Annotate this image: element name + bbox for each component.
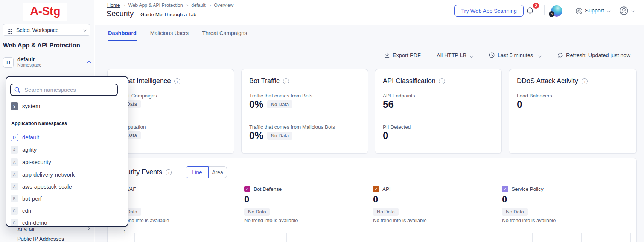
breadcrumb-separator: > [186,3,188,8]
divider [10,116,124,116]
no-data-badge: No Data [502,208,528,216]
chevron-down-icon [631,9,635,13]
no-data-badge: No Data [267,132,293,140]
workspace-selector[interactable]: Select Workspace [3,24,90,36]
gridline-vertical [434,233,434,242]
download-icon [384,52,390,60]
gridline-vertical [189,233,189,242]
tab-threat-campaigns[interactable]: Threat Campaigns [202,30,247,41]
info-icon[interactable] [439,78,445,84]
dropdown-item-default[interactable]: D default [6,132,128,143]
checkbox-api[interactable] [373,186,379,192]
refresh-status[interactable]: Refresh: Updated just now [566,52,630,58]
dropdown-item-cdn[interactable]: C cdn [6,205,128,216]
legend-label: API [382,186,391,192]
header-divider [544,5,545,15]
grid-icon [8,29,9,30]
legend-note: No trend info is available [244,218,298,223]
page-title: Security [107,9,134,18]
gridline-vertical [630,233,631,242]
search-icon [14,87,21,95]
metric-label: Load Balancers [517,93,552,99]
guide-me-link[interactable]: Guide Me Through a Tab [140,12,196,17]
breadcrumb-default[interactable]: default [191,3,206,8]
info-icon[interactable] [582,78,588,84]
gridline-vertical [385,233,385,242]
no-data-badge: No Data [267,100,293,108]
dropdown-item-system[interactable]: system [22,103,40,109]
support-ring-icon [575,7,583,17]
security-dashboard-screen: A-Stg Select Workspace Web App & API Pro… [0,0,644,242]
gridline-vertical [141,233,141,242]
gridline-vertical [134,233,135,242]
namespace-initial-badge: A [11,146,18,154]
security-events-card: Security Events Line Area WAF 0 No Data … [107,158,637,242]
namespace-initial-badge: C [11,207,18,215]
info-icon[interactable] [166,169,172,175]
sidebar-item-public-ip-addresses[interactable]: Public IP Addresses [17,236,64,242]
metric-value: 0% [249,130,263,142]
time-range-dropdown[interactable]: Last 5 minutes [498,52,533,58]
namespace-selector-name[interactable]: default [17,56,35,62]
legend-value: 0 [244,194,249,205]
legend-api: API 0 No Data No trend info is available [373,186,486,192]
chevron-down-icon [607,9,611,13]
metric-label: Traffic that comes from Bots [249,93,312,99]
breadcrumb-separator: > [123,3,125,8]
lb-filter-dropdown[interactable]: All HTTP LB [437,52,467,58]
support-menu[interactable]: Support [585,8,604,14]
tab-dashboard[interactable]: Dashboard [108,30,137,41]
chevron-up-icon[interactable] [87,61,91,65]
sidebar-section-title: Web App & API Protection [3,42,80,49]
metric-label: PII Detected [383,124,411,130]
info-icon[interactable] [283,78,289,84]
clock-icon [489,52,495,60]
namespace-dropdown: s system Application Namespaces D defaul… [6,76,128,227]
metric-value: 0 [517,99,522,110]
account-icon[interactable] [619,6,629,17]
tab-bar: Dashboard Malicious Users Threat Campaig… [108,30,247,41]
search-input[interactable] [10,84,118,96]
gridline-horizontal [134,233,632,233]
sidebar-item-ai-ml[interactable]: AI & ML [17,227,36,233]
ddos-attack-activity-card: DDoS Attack Activity Load Balancers 0 [509,69,637,154]
toggle-area[interactable]: Area [209,166,227,178]
no-data-badge: No Data [244,208,270,216]
dropdown-item-app-delivery-network[interactable]: A app-delivery-network [6,169,128,180]
toggle-line[interactable]: Line [186,166,209,178]
y-axis-tick [128,233,132,233]
breadcrumb-waap[interactable]: Web App & API Protection [128,3,183,8]
breadcrumb-separator: > [209,3,211,8]
gridline-vertical [286,233,287,242]
dropdown-item-aws-appstack-scale[interactable]: A aws-appstack-scale [6,181,128,192]
gridline-vertical [483,233,483,242]
legend-label: Service Policy [512,186,544,192]
checkbox-bot-defense[interactable] [244,186,250,192]
gridline-vertical [532,233,533,242]
gridline-vertical [336,233,336,242]
legend-value: 0 [373,194,378,205]
refresh-icon [557,52,563,60]
namespace-initial-badge: B [11,195,18,202]
export-pdf-button[interactable]: Export PDF [393,52,421,58]
tab-malicious-users[interactable]: Malicious Users [150,30,189,41]
info-icon[interactable] [174,78,180,84]
legend-service-policy: Service Policy 0 No Data No trend info i… [502,186,615,192]
namespace-initial-badge: D [3,57,14,68]
breadcrumb-home[interactable]: Home [107,3,120,8]
dropdown-item-cdn-demo[interactable]: C cdn-demo [6,218,128,227]
breadcrumb-overview: Overview [214,3,233,8]
no-data-badge: No Data [373,208,399,216]
legend-waf: WAF 0 No Data No trend info is available [116,186,228,192]
dropdown-item-agility[interactable]: A agility [6,145,128,155]
checkbox-service-policy[interactable] [502,186,508,192]
card-title: DDoS Attack Activity [517,77,578,85]
gridline-vertical [238,233,238,242]
try-web-app-scanning-button[interactable]: Try Web App Scanning [454,5,524,17]
dropdown-item-bot-perf[interactable]: B bot-perf [6,193,128,204]
dropdown-item-api-security[interactable]: A api-security [6,157,128,167]
card-title: API Classification [383,77,435,85]
legend-label: Bot Defense [254,186,282,192]
namespace-initial-badge: D [11,134,18,141]
legend-note: No trend info is available [373,218,426,223]
